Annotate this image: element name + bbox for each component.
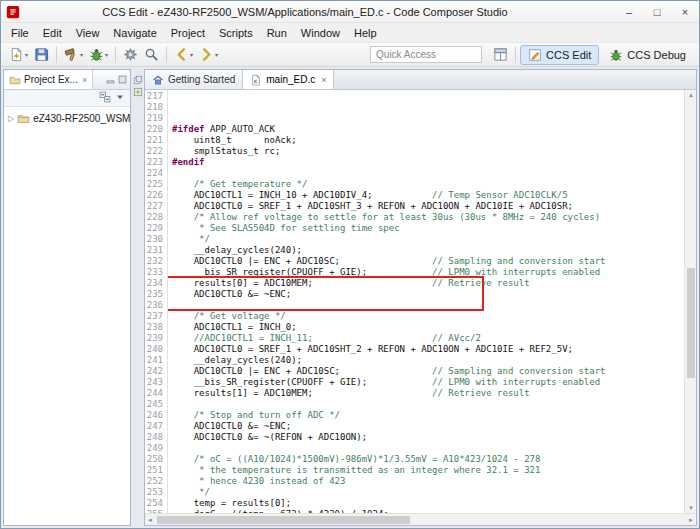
quick-access-input[interactable] (370, 46, 482, 63)
perspective-ccs-edit[interactable]: CCS Edit (520, 45, 599, 65)
c-file-icon: c (250, 74, 262, 86)
menu-item-scripts[interactable]: Scripts (212, 25, 260, 41)
minimize-button[interactable]: – (615, 1, 643, 22)
maximize-button[interactable]: □ (643, 1, 671, 22)
main-toolbar: ▾▾▾▾▾ CCS EditCCS Debug (1, 42, 699, 67)
new-button[interactable]: ▾ (6, 44, 31, 65)
line-number: 247 (145, 421, 163, 432)
code-line (172, 443, 684, 454)
scroll-left-icon[interactable]: ◄ (145, 514, 155, 526)
project-explorer-header: Project Ex... × (4, 70, 130, 90)
line-number: 226 (145, 190, 163, 201)
chevron-down-icon[interactable]: ▾ (80, 51, 83, 58)
project-tree: ▷eZ430-RF2500_WSM (4, 107, 130, 525)
maximize-view-button[interactable] (117, 74, 128, 85)
line-number: 228 (145, 212, 163, 223)
line-number: 219 (145, 113, 163, 124)
chevron-down-icon[interactable]: ▾ (190, 51, 193, 58)
toolbar-button-group: ▾▾▾▾▾ (6, 44, 221, 65)
code-line: smplStatus_t rc; (172, 146, 684, 157)
line-number: 217 (145, 91, 163, 102)
scroll-down-icon[interactable]: ▼ (685, 503, 696, 513)
open-perspective-button[interactable] (490, 44, 511, 65)
code-line: /* Allow ref voltage to settle for at le… (172, 212, 684, 223)
menu-item-file[interactable]: File (4, 25, 36, 41)
tree-item-project[interactable]: ▷eZ430-RF2500_WSM (4, 111, 130, 126)
code-line: */ (172, 234, 684, 245)
tab-project-explorer[interactable]: Project Ex... × (4, 70, 93, 89)
line-number: 248 (145, 432, 163, 443)
menu-item-edit[interactable]: Edit (36, 25, 69, 41)
tab-getting-started[interactable]: Getting Started (145, 70, 243, 89)
horizontal-scrollbar[interactable]: ◄ ► (145, 513, 696, 525)
chevron-down-icon[interactable]: ▾ (105, 51, 108, 58)
close-button[interactable]: × (671, 1, 699, 22)
build-button[interactable]: ▾ (61, 44, 86, 65)
menu-item-run[interactable]: Run (260, 25, 294, 41)
back-button[interactable]: ▾ (171, 44, 196, 65)
line-number: 220 (145, 124, 163, 135)
vertical-scrollbar[interactable]: ▲ ▼ (684, 90, 696, 513)
code-editor[interactable]: #ifdef APP_AUTO_ACK uint8_t noAck; smplS… (168, 90, 684, 513)
line-number: 241 (145, 355, 163, 366)
app-window: CCS Edit - eZ430-RF2500_WSM/Applications… (0, 0, 700, 529)
expand-arrow-icon[interactable]: ▷ (8, 114, 14, 123)
code-line: __bis_SR_register(CPUOFF + GIE); // LPM0… (172, 377, 684, 388)
code-line (172, 399, 684, 410)
project-explorer-toolbar (4, 90, 130, 107)
window-controls: – □ × (615, 1, 699, 22)
close-view-icon[interactable]: × (82, 75, 87, 85)
code-line: * the temperature is transmitted as an i… (172, 465, 684, 476)
scroll-up-icon[interactable]: ▲ (685, 90, 696, 100)
perspective-ccs-debug[interactable]: CCS Debug (601, 45, 694, 65)
tab-main-ed-c[interactable]: c main_ED.c × (243, 70, 334, 89)
project-explorer-panel: Project Ex... × ▷eZ430-RF2500_WSM (3, 69, 131, 526)
code-line: __bis_SR_register(CPUOFF + GIE); // LPM0… (172, 267, 684, 278)
toolbar-separator (56, 46, 57, 63)
collapse-all-button[interactable] (99, 89, 111, 107)
forward-button[interactable]: ▾ (196, 44, 221, 65)
vertical-scroll-thumb[interactable] (687, 268, 695, 378)
save-button[interactable] (31, 44, 52, 65)
code-line: ADC10CTL1 = INCH_0; (172, 322, 684, 333)
line-number: 230 (145, 234, 163, 245)
line-number: 254 (145, 498, 163, 509)
horizontal-scroll-thumb[interactable] (157, 516, 410, 524)
view-menu-button[interactable] (114, 89, 126, 107)
search-button[interactable] (141, 44, 162, 65)
line-number: 242 (145, 366, 163, 377)
code-editor-region: 2172182192202212222232242252262272282292… (145, 90, 696, 513)
line-number: 237 (145, 311, 163, 322)
minimize-view-button[interactable] (105, 74, 116, 85)
code-line: temp = results[0]; (172, 498, 684, 509)
minimized-view-icon[interactable] (133, 83, 143, 93)
menu-item-view[interactable]: View (69, 25, 107, 41)
scroll-right-icon[interactable]: ► (686, 514, 696, 526)
code-line: /* Get voltage */ (172, 311, 684, 322)
code-line: ADC10CTL0 &= ~ENC; (172, 289, 684, 300)
close-tab-icon[interactable]: × (321, 75, 326, 85)
line-number-ruler[interactable]: 2172182192202212222232242252262272282292… (145, 90, 168, 513)
restore-views-button[interactable] (133, 71, 143, 81)
code-line: results[0] = ADC10MEM; // Retrieve resul… (172, 278, 684, 289)
code-line: /* Stop and turn off ADC */ (172, 410, 684, 421)
code-line: results[1] = ADC10MEM; // Retrieve resul… (172, 388, 684, 399)
code-line: ADC10CTL1 = INCH_10 + ADC10DIV_4; // Tem… (172, 190, 684, 201)
menu-item-window[interactable]: Window (294, 25, 347, 41)
menu-item-project[interactable]: Project (164, 25, 212, 41)
tree-item-label: eZ430-RF2500_WSM (33, 113, 130, 124)
new-target-configuration-button[interactable] (120, 44, 141, 65)
line-number: 234 (145, 278, 163, 289)
menu-item-help[interactable]: Help (347, 25, 384, 41)
code-line: ADC10CTL0 &= ~(REFON + ADC10ON); (172, 432, 684, 443)
line-number: 243 (145, 377, 163, 388)
debug-button[interactable]: ▾ (86, 44, 111, 65)
minimized-views-bar (133, 69, 143, 526)
chevron-down-icon[interactable]: ▾ (25, 51, 28, 58)
menu-item-navigate[interactable]: Navigate (106, 25, 163, 41)
code-line: #ifdef APP_AUTO_ACK (172, 124, 684, 135)
line-number: 232 (145, 256, 163, 267)
editor-area: Getting Started c main_ED.c × 2172182192… (144, 69, 697, 526)
chevron-down-icon[interactable]: ▾ (215, 51, 218, 58)
line-number: 236 (145, 300, 163, 311)
